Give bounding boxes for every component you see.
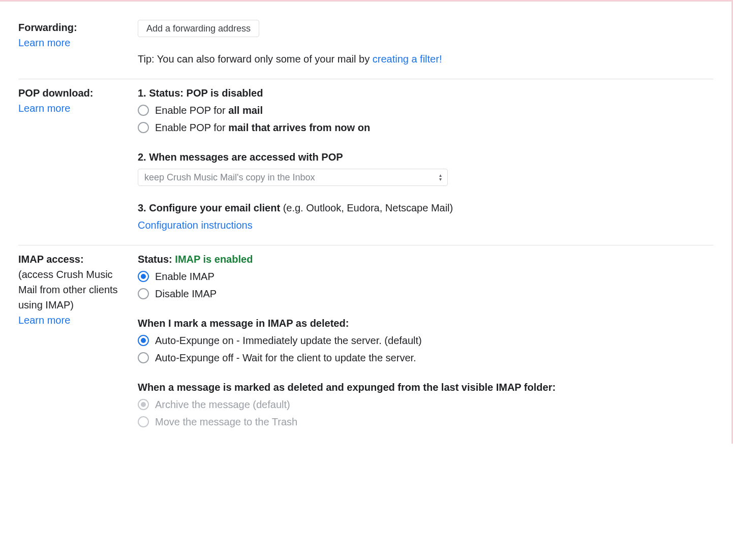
imap-status-line: Status: IMAP is enabled	[138, 252, 713, 267]
imap-trash-label: Move the message to the Trash	[155, 414, 297, 429]
forwarding-section: Forwarding: Learn more Add a forwarding …	[18, 14, 713, 79]
imap-expunge-on-label: Auto-Expunge on - Immediately update the…	[155, 333, 422, 348]
forwarding-tip-text: Tip: You can also forward only some of y…	[138, 53, 373, 65]
pop-title: POP download:	[18, 85, 130, 101]
imap-section: IMAP access: (access Crush Music Mail fr…	[18, 245, 713, 444]
creating-filter-link[interactable]: creating a filter!	[373, 53, 442, 65]
pop-enable-all-radio[interactable]	[138, 105, 149, 116]
imap-expunged-head: When a message is marked as deleted and …	[138, 380, 713, 395]
forwarding-tip: Tip: You can also forward only some of y…	[138, 51, 713, 67]
imap-expunge-off-label: Auto-Expunge off - Wait for the client t…	[155, 350, 416, 365]
pop-learn-more-link[interactable]: Learn more	[18, 103, 70, 114]
imap-enable-radio[interactable]	[138, 271, 149, 282]
imap-status-prefix: Status:	[138, 254, 175, 265]
imap-archive-radio	[138, 399, 149, 410]
imap-trash-radio	[138, 416, 149, 427]
imap-disable-radio[interactable]	[138, 288, 149, 299]
pop-config-instructions-link[interactable]: Configuration instructions	[138, 220, 253, 231]
pop-action-select[interactable]: keep Crush Music Mail's copy in the Inbo…	[138, 169, 448, 186]
pop-step3-head: 3. Configure your email client (e.g. Out…	[138, 200, 713, 215]
imap-expunge-off-radio[interactable]	[138, 352, 149, 363]
pop-enable-now-radio[interactable]	[138, 122, 149, 133]
pop-enable-now-label: Enable POP for mail that arrives from no…	[155, 120, 370, 135]
pop-step2-head: 2. When messages are accessed with POP	[138, 149, 713, 165]
add-forwarding-address-button[interactable]: Add a forwarding address	[138, 20, 259, 37]
pop-status-line: 1. Status: POP is disabled	[138, 85, 713, 101]
imap-title: IMAP access:	[18, 252, 130, 267]
pop-section: POP download: Learn more 1. Status: POP …	[18, 79, 713, 245]
forwarding-learn-more-link[interactable]: Learn more	[18, 37, 70, 48]
pop-status-value: POP is disabled	[187, 87, 263, 99]
imap-expunge-on-radio[interactable]	[138, 335, 149, 346]
pop-action-select-value: keep Crush Music Mail's copy in the Inbo…	[138, 169, 448, 186]
imap-archive-label: Archive the message (default)	[155, 397, 290, 412]
imap-disable-label: Disable IMAP	[155, 286, 217, 301]
imap-desc: (access Crush Music Mail from other clie…	[18, 267, 130, 313]
pop-enable-all-label: Enable POP for all mail	[155, 103, 263, 118]
pop-status-prefix: 1. Status:	[138, 87, 187, 99]
forwarding-title: Forwarding:	[18, 20, 130, 35]
select-caret-icon: ▴▾	[439, 173, 442, 181]
imap-deleted-head: When I mark a message in IMAP as deleted…	[138, 316, 713, 331]
imap-learn-more-link[interactable]: Learn more	[18, 315, 70, 326]
imap-status-value: IMAP is enabled	[175, 254, 253, 265]
imap-enable-label: Enable IMAP	[155, 269, 215, 284]
